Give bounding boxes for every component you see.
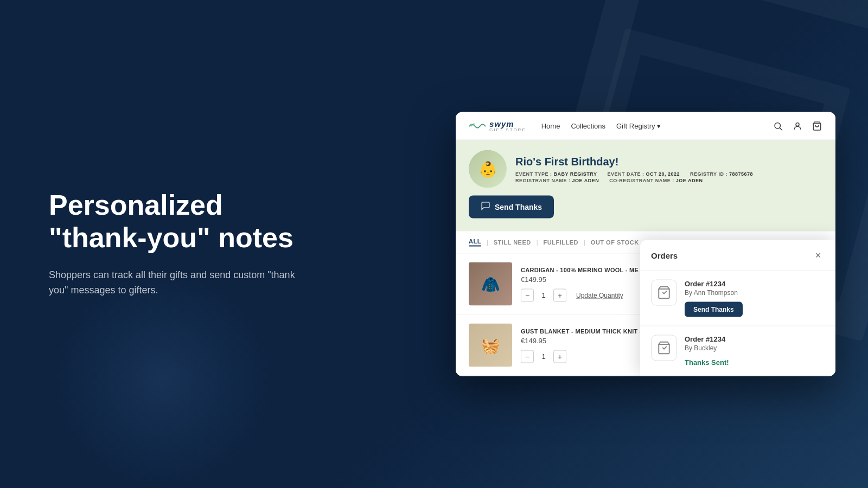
message-icon <box>481 201 490 213</box>
qty-decrease-btn[interactable]: − <box>521 288 534 301</box>
qty-value: 1 <box>539 291 548 299</box>
send-thanks-label: Send Thanks <box>495 203 542 211</box>
meta-key-event-date: EVENT DATE : <box>608 171 646 176</box>
browser-window: swym Gift Store Home Collections Gift Re… <box>456 112 835 376</box>
meta-row-1: EVENT TYPE : BABY REGISTRY EVENT DATE : … <box>515 171 822 176</box>
meta-key-registrant: REGISTRANT NAME : <box>515 177 572 183</box>
send-thanks-button[interactable]: Send Thanks <box>469 196 554 219</box>
nav-gift-registry[interactable]: Gift Registry ▾ <box>616 122 661 130</box>
bg-decoration <box>54 271 271 488</box>
qty-increase-btn[interactable]: + <box>553 288 566 301</box>
meta-key-co-registrant: CO-REGISTRANT NAME : <box>609 177 676 183</box>
filter-sep-3: | <box>584 239 585 246</box>
meta-row-2: REGISTRANT NAME : JOE ADEN CO-REGISTRANT… <box>515 177 822 183</box>
registry-banner: 👶 Rio's First Birthday! EVENT TYPE : BAB… <box>456 140 835 232</box>
svg-point-1 <box>473 123 475 124</box>
meta-val-event-type: BABY REGISTRY <box>554 171 597 176</box>
filter-sep-1: | <box>487 239 488 246</box>
filter-sep-2: | <box>537 239 538 246</box>
qty-control: − 1 + Update Quantity <box>521 288 822 301</box>
products-area: 🧥 CARDIGAN - 100% MERINO WOOL - ME €149.… <box>456 254 835 376</box>
qty-control: − 1 + <box>521 350 822 363</box>
product-price: €149.95 <box>521 275 822 283</box>
logo-brand: swym <box>489 120 526 128</box>
qty-value: 1 <box>539 352 548 361</box>
product-image-blanket: 🧺 <box>469 324 512 367</box>
nav-home[interactable]: Home <box>541 122 560 130</box>
left-content-area: Personalized "thank-you" notes Shoppers … <box>49 189 309 298</box>
cart-icon[interactable] <box>812 120 822 131</box>
logo-sub: Gift Store <box>489 128 526 132</box>
product-info: CARDIGAN - 100% MERINO WOOL - ME €149.95… <box>521 266 822 301</box>
qty-increase-btn[interactable]: + <box>553 350 566 363</box>
product-row: 🧺 GUST BLANKET - MEDIUM THICK KNIT - OFF… <box>456 315 835 376</box>
meta-val-registry-id: 78875678 <box>729 171 753 176</box>
registry-meta: EVENT TYPE : BABY REGISTRY EVENT DATE : … <box>515 171 822 183</box>
logo-icon <box>469 120 486 131</box>
product-img: 🧺 <box>469 324 512 367</box>
filter-all[interactable]: ALL <box>469 238 481 247</box>
product-name: GUST BLANKET - MEDIUM THICK KNIT - OFF W… <box>521 328 822 334</box>
search-icon[interactable] <box>773 120 783 131</box>
sub-text: Shoppers can track all their gifts and s… <box>49 267 309 299</box>
nav-collections[interactable]: Collections <box>571 122 605 130</box>
nav-links: Home Collections Gift Registry ▾ <box>541 122 773 130</box>
avatar-image: 👶 <box>469 150 507 188</box>
product-price: €149.95 <box>521 336 822 344</box>
main-heading: Personalized "thank-you" notes <box>49 189 309 254</box>
meta-val-co-registrant: JOE ADEN <box>676 177 703 183</box>
meta-val-registrant: JOE ADEN <box>572 177 599 183</box>
update-quantity-link[interactable]: Update Quantity <box>576 291 623 299</box>
account-icon[interactable] <box>792 120 803 131</box>
meta-val-event-date: OCT 20, 2022 <box>646 171 680 176</box>
filter-fulfilled[interactable]: FULFILLED <box>544 239 578 246</box>
meta-key-event-type: EVENT TYPE : <box>515 171 554 176</box>
registry-title: Rio's First Birthday! <box>515 155 822 168</box>
product-info: GUST BLANKET - MEDIUM THICK KNIT - OFF W… <box>521 328 822 363</box>
svg-point-0 <box>470 124 473 126</box>
navbar: swym Gift Store Home Collections Gift Re… <box>456 112 835 140</box>
svg-point-4 <box>796 123 799 126</box>
nav-icons <box>773 120 822 131</box>
filter-out-of-stock[interactable]: OUT OF STOCK <box>591 239 639 246</box>
filter-bar: ALL | STILL NEED | FULFILLED | OUT OF ST… <box>456 232 835 254</box>
avatar: 👶 <box>469 150 507 188</box>
registry-info-row: 👶 Rio's First Birthday! EVENT TYPE : BAB… <box>469 150 822 188</box>
product-row: 🧥 CARDIGAN - 100% MERINO WOOL - ME €149.… <box>456 254 835 315</box>
logo-area: swym Gift Store <box>469 120 526 132</box>
logo-text-group: swym Gift Store <box>489 120 526 132</box>
meta-key-registry-id: REGISTRY ID : <box>690 171 729 176</box>
svg-line-3 <box>780 127 782 130</box>
product-image-cardigan: 🧥 <box>469 262 512 306</box>
product-name: CARDIGAN - 100% MERINO WOOL - ME <box>521 266 822 273</box>
product-img: 🧥 <box>469 262 512 306</box>
qty-decrease-btn[interactable]: − <box>521 350 534 363</box>
filter-still-need[interactable]: STILL NEED <box>494 239 531 246</box>
registry-details: Rio's First Birthday! EVENT TYPE : BABY … <box>515 155 822 183</box>
